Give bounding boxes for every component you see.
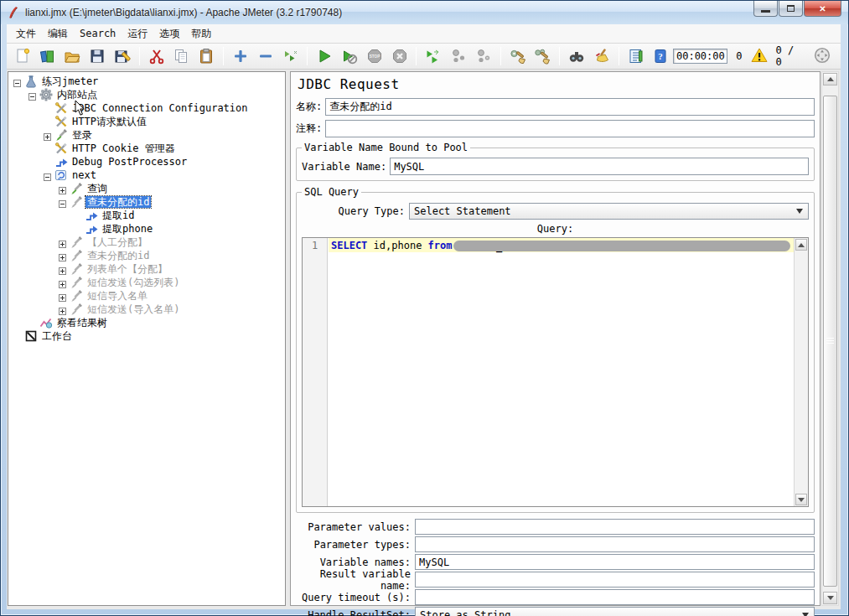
tree-item-HTTP请求默认值[interactable]: HTTP请求默认值 — [8, 115, 285, 128]
menu-item-4[interactable]: 运行 — [122, 25, 153, 43]
open-button[interactable] — [60, 45, 85, 67]
clear-all-button[interactable] — [531, 45, 556, 67]
titlebar[interactable]: lianxi.jmx (E:\jmeter\Bigdata\lianxi.jmx… — [1, 1, 848, 24]
tree-item-JDBC-Connection-Configuration[interactable]: JDBC Connection Configuration — [8, 101, 285, 115]
paste-button[interactable] — [194, 45, 219, 67]
tree-item-察看结果树[interactable]: 察看结果树 — [8, 316, 285, 329]
sampler-gray-icon — [70, 236, 83, 249]
code-area[interactable]: SELECT id,phone from_ — [329, 238, 794, 506]
tree-item-短信发送(勾选列表)[interactable]: 短信发送(勾选列表) — [8, 276, 285, 289]
tree-indent — [8, 128, 44, 142]
toggle-button[interactable] — [278, 45, 303, 67]
function-helper-button[interactable] — [624, 45, 649, 67]
shutdown-button[interactable] — [387, 45, 412, 67]
copy-button[interactable] — [169, 45, 194, 67]
save-button[interactable] — [85, 45, 110, 67]
expand-icon[interactable] — [59, 185, 66, 193]
menu-item-2[interactable]: 编辑 — [42, 25, 74, 43]
tree-item-查询[interactable]: 查询 — [8, 182, 285, 195]
scroll-down-icon[interactable] — [823, 592, 837, 604]
tree-item-短信导入名单[interactable]: 短信导入名单 — [8, 289, 285, 303]
maximize-button[interactable] — [779, 1, 803, 17]
remote-stop-all-button[interactable] — [446, 45, 471, 67]
scrollbar-thumb[interactable] — [823, 96, 837, 587]
start-no-timers-button[interactable] — [337, 45, 362, 67]
expand-icon[interactable] — [59, 292, 66, 300]
tree-item-Debug-PostProcessor[interactable]: Debug PostProcessor — [8, 155, 285, 168]
clear-button[interactable] — [505, 45, 531, 67]
tree-item-HTTP-Cookie-管理器[interactable]: HTTP Cookie 管理器 — [8, 142, 285, 155]
help-button[interactable]: ? — [649, 45, 674, 67]
tree-item-提取id[interactable]: 提取id — [8, 209, 285, 222]
sql-columns: id,phone — [367, 240, 427, 251]
new-button[interactable] — [10, 45, 35, 67]
search-button[interactable] — [564, 45, 589, 67]
tree-indent — [8, 249, 59, 262]
tree-item-工作台[interactable]: 工作台 — [8, 329, 285, 343]
variable-name-input[interactable] — [390, 158, 809, 175]
remove-button[interactable] — [253, 45, 278, 67]
name-input[interactable] — [325, 98, 815, 116]
main-scrollbar[interactable] — [821, 71, 839, 606]
menu-item-1[interactable]: 文件 — [10, 25, 42, 43]
add-button[interactable] — [228, 45, 253, 67]
field-input[interactable] — [415, 536, 815, 552]
field-input[interactable] — [415, 519, 815, 535]
expand-icon[interactable] — [44, 132, 51, 139]
field-input[interactable] — [415, 572, 815, 588]
collapse-icon[interactable] — [13, 78, 21, 85]
start-button[interactable] — [312, 45, 337, 67]
field-input[interactable] — [415, 554, 815, 570]
menu-item-6[interactable]: 帮助 — [185, 25, 217, 43]
tree-item-查未分配的id[interactable]: 查未分配的id — [8, 195, 285, 209]
stop-button[interactable]: STOP — [362, 45, 387, 67]
sql-query-legend: SQL Query — [302, 186, 361, 198]
templates-button[interactable] — [35, 45, 60, 67]
tree-item-next[interactable]: next — [8, 168, 285, 182]
toolbar-separator — [307, 47, 308, 65]
collapse-icon[interactable] — [28, 91, 36, 99]
expand-icon[interactable] — [59, 266, 66, 273]
handle-resultset-dropdown[interactable]: Store as String — [415, 607, 815, 616]
tree-item-label: 提取id — [101, 210, 136, 221]
toolbar-status-cluster: 00:00:0000 / 0 — [673, 44, 841, 68]
query-type-dropdown[interactable]: Select Statement — [409, 203, 809, 220]
tree-indent — [8, 222, 74, 236]
collapse-icon[interactable] — [59, 199, 66, 206]
minimize-button[interactable] — [753, 1, 778, 17]
expand-icon[interactable] — [59, 279, 66, 287]
tree-item-短信发送(导入名单)[interactable]: 短信发送(导入名单) — [8, 303, 285, 316]
field-input[interactable] — [415, 589, 815, 605]
search-reset-button[interactable] — [589, 45, 614, 67]
tree-item-练习jmeter[interactable]: 练习jmeter — [8, 75, 285, 88]
menu-item-3[interactable]: Search — [74, 26, 122, 41]
expand-icon[interactable] — [59, 306, 66, 313]
sql-keyword-from: from — [428, 240, 453, 251]
save-as-button[interactable] — [110, 45, 135, 67]
page-title: JDBC Request — [298, 76, 815, 92]
tree-item-查未分配的id[interactable]: 查未分配的id — [8, 249, 285, 262]
cut-button[interactable] — [144, 45, 169, 67]
scroll-up-icon[interactable] — [823, 73, 837, 85]
sql-line-1: SELECT id,phone from_ — [329, 238, 794, 252]
toggle-circle-icon[interactable] — [814, 47, 831, 66]
tree-item-登录[interactable]: 登录 — [8, 128, 285, 142]
dropdown-value: Store as String — [420, 609, 510, 616]
tree-item-内部站点[interactable]: 内部站点 — [8, 88, 285, 101]
close-button[interactable]: ✕ — [804, 1, 841, 17]
comment-input[interactable] — [325, 120, 815, 137]
expand-icon[interactable] — [59, 239, 66, 246]
tree-item-列表单个【分配】[interactable]: 列表单个【分配】 — [8, 262, 285, 276]
remote-shutdown-all-button[interactable] — [471, 45, 496, 67]
menu-item-5[interactable]: 选项 — [153, 25, 185, 43]
remote-start-all-button[interactable] — [421, 45, 446, 67]
expand-icon[interactable] — [59, 252, 66, 260]
tree-item-【人工分配】[interactable]: 【人工分配】 — [8, 236, 285, 249]
collapse-icon[interactable] — [44, 172, 51, 179]
editor-scrollbar[interactable] — [794, 238, 808, 506]
editor-scroll-down-icon[interactable] — [795, 494, 807, 505]
tree-item-提取phone[interactable]: 提取phone — [8, 222, 285, 236]
editor-scroll-up-icon[interactable] — [795, 239, 807, 251]
sql-editor[interactable]: 1 SELECT id,phone from_ — [302, 237, 809, 507]
warning-icon[interactable] — [751, 47, 768, 66]
